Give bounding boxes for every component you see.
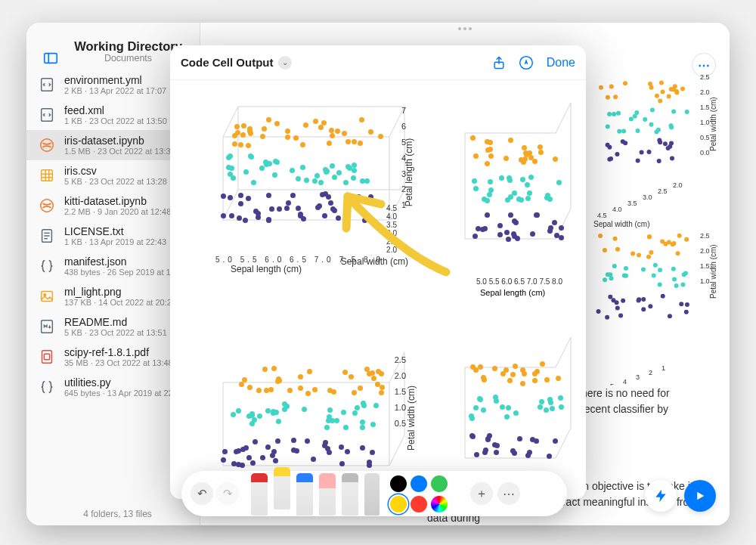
bolt-icon (653, 488, 668, 503)
svg-point-106 (658, 268, 662, 272)
svg-rect-17 (44, 354, 49, 359)
modal-header: Code Cell Output ⌄ Done (170, 45, 586, 80)
svg-point-29 (657, 138, 662, 143)
eraser-tool[interactable] (319, 473, 336, 516)
y-axis-label: Sepal width (cm) (341, 256, 408, 267)
svg-point-110 (653, 263, 658, 268)
svg-point-87 (668, 314, 672, 318)
svg-point-96 (596, 309, 601, 314)
svg-point-38 (650, 108, 655, 113)
svg-point-94 (648, 304, 652, 308)
jupyter-file-icon (37, 196, 57, 215)
color-black[interactable] (390, 475, 407, 492)
svg-point-67 (648, 82, 652, 86)
color-wheel[interactable] (431, 496, 448, 512)
svg-point-104 (679, 302, 683, 306)
svg-point-122 (652, 274, 656, 278)
text-file-icon (37, 226, 57, 246)
svg-text:3.0: 3.0 (643, 194, 652, 201)
svg-point-118 (674, 283, 679, 288)
svg-point-120 (641, 267, 646, 271)
svg-text:2.0: 2.0 (700, 247, 710, 255)
markup-toggle-button[interactable] (516, 53, 536, 73)
svg-point-53 (621, 129, 626, 133)
x2-ticks: 4.5 4.0 3.5 3.0 2.5 2.0 (365, 204, 397, 254)
lasso-tool[interactable] (342, 473, 358, 516)
color-yellow[interactable] (390, 496, 407, 512)
svg-point-56 (613, 94, 618, 99)
image-file-icon (37, 286, 57, 306)
svg-point-115 (671, 267, 676, 271)
redo-button[interactable]: ↷ (216, 482, 239, 505)
svg-point-116 (624, 266, 628, 271)
svg-point-101 (615, 306, 620, 311)
background-charts: 2.0 2.5 3.0 3.5 4.0 4.5 Sepal width (cm)… (586, 60, 722, 386)
svg-point-102 (605, 315, 609, 320)
share-icon (491, 55, 507, 70)
svg-point-124 (677, 234, 682, 238)
color-green[interactable] (431, 475, 448, 492)
share-button[interactable] (489, 53, 509, 73)
quick-action-button[interactable] (645, 480, 677, 512)
svg-point-91 (618, 314, 623, 318)
svg-text:4.5: 4.5 (597, 212, 607, 219)
color-blue[interactable] (411, 475, 427, 492)
sidebar-footer: 4 folders, 13 files (36, 503, 200, 525)
done-button[interactable]: Done (547, 56, 575, 70)
svg-point-93 (621, 299, 625, 303)
add-shape-button[interactable]: ＋ (470, 482, 493, 505)
svg-point-119 (683, 271, 688, 276)
toolbar-more-button[interactable]: ⋯ (497, 482, 520, 505)
drag-handle-icon[interactable] (451, 27, 479, 31)
z-ticks: 2.52.01.51.00.5 (395, 352, 406, 431)
svg-text:2.5: 2.5 (658, 187, 668, 195)
svg-text:Sepal width (cm): Sepal width (cm) (593, 220, 649, 228)
svg-point-27 (663, 141, 668, 146)
svg-point-25 (640, 150, 644, 155)
ruler-tool[interactable] (364, 473, 380, 516)
markup-toolbar: ↶ ↷ ＋ ⋯ (181, 471, 567, 516)
svg-point-55 (658, 98, 662, 103)
svg-point-43 (685, 110, 689, 114)
svg-point-30 (615, 152, 619, 156)
x-axis-label: Sepal length (cm) (231, 264, 302, 274)
color-red[interactable] (411, 496, 427, 512)
svg-point-71 (680, 87, 685, 91)
modal-body[interactable]: 7654321 Petal length (cm) 5.0 5.5 6.0 6.… (170, 80, 586, 499)
svg-point-62 (655, 94, 659, 98)
svg-point-72 (671, 87, 676, 91)
highlighter-tool[interactable] (274, 467, 290, 509)
svg-point-99 (641, 297, 646, 302)
pen-tool[interactable] (251, 473, 268, 516)
color-swatches (390, 475, 466, 512)
sidebar-toggle-button[interactable] (38, 45, 64, 71)
markup-icon (519, 55, 534, 70)
svg-point-31 (607, 145, 612, 150)
svg-point-60 (623, 81, 627, 85)
code-file-icon (37, 105, 57, 125)
pdf-file-icon (37, 347, 57, 367)
py-file-icon (37, 377, 57, 397)
svg-text:1.0: 1.0 (700, 119, 710, 126)
modal-title: Code Cell Output (181, 56, 274, 69)
run-button[interactable] (684, 480, 716, 512)
svg-point-51 (669, 123, 674, 128)
svg-point-40 (629, 117, 634, 122)
svg-point-126 (646, 255, 651, 259)
chart-top-left: 7654321 Petal length (cm) 5.0 5.5 6.0 6.… (178, 84, 427, 296)
svg-point-47 (636, 129, 640, 133)
svg-rect-155 (45, 54, 57, 63)
code-cell-output-modal: Code Cell Output ⌄ Done (170, 45, 586, 499)
svg-point-33 (647, 150, 652, 154)
svg-text:0.5: 0.5 (700, 134, 710, 141)
svg-point-103 (612, 298, 616, 302)
svg-point-70 (606, 95, 610, 100)
pencil-tool[interactable] (296, 473, 313, 516)
sidebar-icon (42, 50, 59, 67)
svg-point-132 (598, 234, 603, 238)
svg-point-48 (612, 112, 616, 116)
svg-point-140 (684, 237, 689, 242)
svg-point-8 (41, 200, 54, 212)
undo-button[interactable]: ↶ (191, 482, 213, 505)
dropdown-chevron-icon[interactable]: ⌄ (278, 56, 292, 70)
